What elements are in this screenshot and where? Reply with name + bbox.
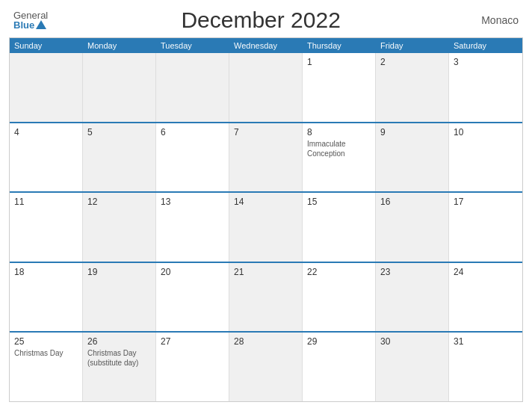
day-cell-11: 11 — [10, 193, 83, 262]
day-headers-row: Sunday Monday Tuesday Wednesday Thursday… — [10, 38, 522, 53]
day-event-25: Christmas Day — [14, 348, 78, 358]
day-cell-empty-2 — [83, 53, 156, 122]
day-num-25: 25 — [14, 336, 78, 347]
day-num-19: 19 — [87, 267, 151, 277]
day-num-13: 13 — [161, 197, 224, 207]
day-cell-5: 5 — [83, 123, 156, 192]
day-cell-30: 30 — [376, 333, 449, 401]
week-row-2: 4 5 6 7 8 Immaculate Conception 9 — [10, 122, 522, 192]
day-num-9: 9 — [380, 127, 444, 137]
header-friday: Friday — [376, 38, 449, 53]
week-row-4: 18 19 20 21 22 23 24 — [10, 262, 522, 332]
day-cell-19: 19 — [83, 263, 156, 332]
week-row-1: 1 2 3 — [10, 53, 522, 122]
region-label: Monaco — [474, 14, 519, 26]
day-num-21: 21 — [234, 267, 297, 277]
day-cell-13: 13 — [156, 193, 229, 262]
day-num-6: 6 — [161, 127, 224, 137]
day-num-28: 28 — [234, 336, 297, 347]
day-cell-12: 12 — [83, 193, 156, 262]
day-num-11: 11 — [14, 197, 78, 207]
day-num-17: 17 — [454, 197, 518, 207]
day-event-8: Immaculate Conception — [307, 139, 371, 158]
day-cell-15: 15 — [303, 193, 376, 262]
day-cell-8: 8 Immaculate Conception — [303, 123, 376, 192]
header-tuesday: Tuesday — [156, 38, 229, 53]
day-num-15: 15 — [307, 197, 371, 207]
page: General Blue December 2022 Monaco Sunday… — [0, 0, 532, 411]
day-event-26: Christmas Day (substitute day) — [87, 348, 151, 368]
day-num-20: 20 — [161, 267, 224, 277]
day-num-24: 24 — [454, 267, 518, 277]
day-num-27: 27 — [161, 336, 224, 347]
day-cell-2: 2 — [376, 53, 449, 122]
header: General Blue December 2022 Monaco — [0, 0, 532, 37]
header-monday: Monday — [83, 38, 156, 53]
day-num-12: 12 — [87, 197, 151, 207]
day-cell-1: 1 — [303, 53, 376, 122]
weeks-container: 1 2 3 4 5 6 — [10, 53, 522, 401]
day-num-14: 14 — [234, 197, 297, 207]
day-cell-3: 3 — [449, 53, 522, 122]
week-row-3: 11 12 13 14 15 16 17 — [10, 191, 522, 262]
day-cell-22: 22 — [303, 263, 376, 332]
day-num-3: 3 — [454, 57, 518, 67]
day-cell-14: 14 — [229, 193, 303, 262]
day-num-10: 10 — [454, 127, 518, 137]
day-cell-23: 23 — [376, 263, 449, 332]
day-cell-7: 7 — [229, 123, 303, 192]
day-num-1: 1 — [307, 57, 371, 67]
day-cell-29: 29 — [303, 333, 376, 401]
day-cell-24: 24 — [449, 263, 522, 332]
day-cell-28: 28 — [229, 333, 303, 401]
logo-blue-text: Blue — [13, 20, 34, 30]
day-cell-9: 9 — [376, 123, 449, 192]
week-row-5: 25 Christmas Day 26 Christmas Day (subst… — [10, 331, 522, 401]
header-saturday: Saturday — [449, 38, 522, 53]
day-cell-6: 6 — [156, 123, 229, 192]
day-cell-empty-4 — [229, 53, 303, 122]
day-cell-4: 4 — [10, 123, 83, 192]
day-num-26: 26 — [87, 336, 151, 347]
day-cell-empty-3 — [156, 53, 229, 122]
calendar-title: December 2022 — [48, 7, 474, 33]
day-cell-20: 20 — [156, 263, 229, 332]
day-cell-17: 17 — [449, 193, 522, 262]
day-cell-18: 18 — [10, 263, 83, 332]
header-wednesday: Wednesday — [229, 38, 303, 53]
day-num-5: 5 — [87, 127, 151, 137]
day-cell-16: 16 — [376, 193, 449, 262]
day-cell-10: 10 — [449, 123, 522, 192]
day-num-23: 23 — [380, 267, 444, 277]
day-num-4: 4 — [14, 127, 78, 137]
calendar: Sunday Monday Tuesday Wednesday Thursday… — [9, 37, 523, 402]
day-cell-empty-1 — [10, 53, 83, 122]
day-num-22: 22 — [307, 267, 371, 277]
logo: General Blue — [13, 10, 48, 30]
day-cell-25: 25 Christmas Day — [10, 333, 83, 401]
header-sunday: Sunday — [10, 38, 83, 53]
day-cell-21: 21 — [229, 263, 303, 332]
day-num-18: 18 — [14, 267, 78, 277]
day-num-7: 7 — [234, 127, 297, 137]
day-num-8: 8 — [307, 127, 371, 137]
day-num-16: 16 — [380, 197, 444, 207]
day-num-2: 2 — [380, 57, 444, 67]
day-cell-26: 26 Christmas Day (substitute day) — [83, 333, 156, 401]
day-cell-27: 27 — [156, 333, 229, 401]
day-num-29: 29 — [307, 336, 371, 347]
header-thursday: Thursday — [303, 38, 376, 53]
day-num-30: 30 — [380, 336, 444, 347]
day-cell-31: 31 — [449, 333, 522, 401]
logo-triangle-icon — [36, 20, 46, 29]
day-num-31: 31 — [454, 336, 518, 347]
